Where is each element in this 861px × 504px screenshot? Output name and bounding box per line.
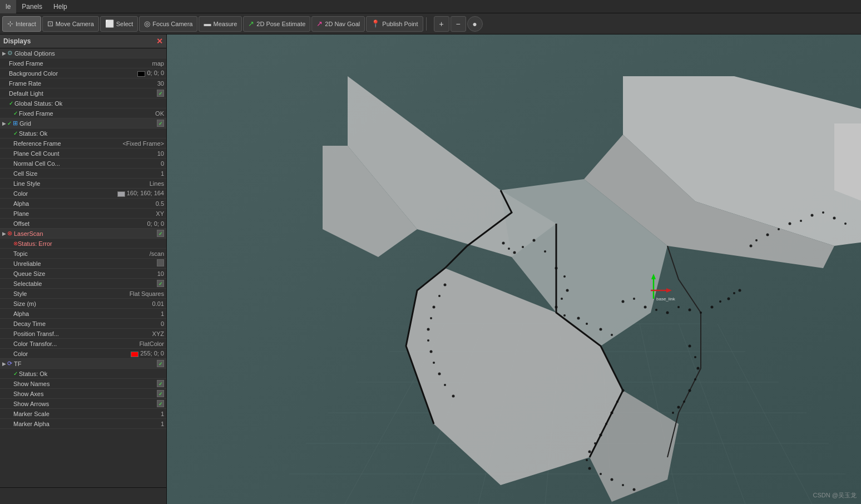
menu-file[interactable]: le bbox=[0, 0, 16, 13]
show-arrows-value[interactable] bbox=[157, 400, 164, 408]
plane-cell-count-value: 10 bbox=[157, 150, 164, 157]
toolbar-separator bbox=[426, 17, 427, 31]
grid-color-value: 160; 160; 164 bbox=[117, 190, 164, 196]
show-arrows-checkbox[interactable] bbox=[157, 400, 164, 407]
svg-line-11 bbox=[545, 324, 562, 504]
global-options-row[interactable]: ▶ ⚙ Global Options bbox=[0, 48, 166, 58]
color-transfor-label: Color Transfor... bbox=[13, 340, 139, 347]
show-names-checkbox[interactable] bbox=[157, 380, 164, 387]
size-label: Size (m) bbox=[13, 300, 152, 307]
unreliable-checkbox[interactable] bbox=[157, 259, 164, 266]
svg-line-8 bbox=[345, 324, 445, 504]
tf-status-label: Status: Ok bbox=[19, 370, 164, 377]
cell-size-label: Cell Size bbox=[13, 170, 161, 177]
svg-point-91 bbox=[689, 389, 691, 392]
cell-size-value: 1 bbox=[161, 170, 164, 177]
svg-point-52 bbox=[739, 289, 741, 292]
position-transf-row: Position Transf... XYZ bbox=[0, 329, 166, 339]
interact-button[interactable]: ⊹ Interact bbox=[2, 16, 41, 32]
displays-close-button[interactable]: ✕ bbox=[156, 37, 163, 46]
menu-help[interactable]: Help bbox=[48, 0, 73, 13]
3d-viewport[interactable]: base_link CSDN @吴玉龙 bbox=[167, 34, 861, 504]
queue-size-row: Queue Size 10 bbox=[0, 269, 166, 279]
zoom-out-button[interactable]: − bbox=[451, 16, 466, 32]
2d-nav-button[interactable]: ↗ 2D Nav Goal bbox=[311, 16, 365, 32]
svg-point-38 bbox=[600, 328, 602, 331]
publish-point-icon: 📍 bbox=[371, 19, 380, 28]
laserscan-row[interactable]: ▶ ⊗ LaserScan bbox=[0, 229, 166, 239]
left-panel: Displays ✕ ▶ ⚙ Global Options Fixed Fram… bbox=[0, 34, 167, 504]
grid-row[interactable]: ▶ ✓ ⊞ Grid bbox=[0, 118, 166, 129]
svg-point-55 bbox=[766, 234, 769, 236]
svg-point-77 bbox=[438, 295, 441, 297]
grid-alpha-value: 0.5 bbox=[156, 200, 164, 207]
svg-point-48 bbox=[711, 306, 714, 309]
measure-button[interactable]: ▬ Measure bbox=[199, 16, 242, 32]
laserscan-error-icon: ⊗ bbox=[7, 230, 12, 237]
grid-status-label: Status: Ok bbox=[19, 130, 164, 137]
show-names-value[interactable] bbox=[157, 380, 164, 388]
default-light-label: Default Light bbox=[9, 90, 157, 97]
tf-toggle[interactable]: ▶ bbox=[2, 361, 6, 367]
svg-marker-96 bbox=[651, 274, 656, 279]
tf-row[interactable]: ▶ ⟳ TF bbox=[0, 359, 166, 369]
select-label: Select bbox=[116, 21, 133, 27]
unreliable-value[interactable] bbox=[157, 259, 164, 268]
show-names-label: Show Names bbox=[13, 381, 157, 387]
tf-status-row: ✓ Status: Ok bbox=[0, 369, 166, 379]
marker-alpha-label: Marker Alpha bbox=[13, 421, 161, 427]
menu-panels[interactable]: Panels bbox=[16, 0, 48, 13]
grid-checkbox[interactable] bbox=[157, 120, 164, 127]
laserscan-toggle[interactable]: ▶ bbox=[2, 231, 6, 236]
queue-size-value: 10 bbox=[157, 270, 164, 277]
fixed-frame-status-value: OK bbox=[155, 110, 164, 117]
fixed-frame-status-row: ✓ Fixed Frame OK bbox=[0, 108, 166, 118]
fixed-frame-value: map bbox=[152, 60, 164, 67]
fixed-frame-status-label: Fixed Frame bbox=[19, 110, 155, 117]
selectable-value[interactable] bbox=[157, 280, 164, 288]
2d-pose-button[interactable]: ↗ 2D Pose Estimate bbox=[243, 16, 310, 32]
tf-enabled-checkbox[interactable] bbox=[157, 360, 164, 367]
svg-point-89 bbox=[697, 367, 700, 370]
toolbar: ⊹ Interact ⊡ Move Camera ⬜ Select ◎ Focu… bbox=[0, 13, 861, 34]
line-style-label: Line Style bbox=[13, 180, 150, 187]
default-light-checkbox[interactable] bbox=[157, 90, 164, 97]
zoom-circle-button[interactable]: ● bbox=[467, 16, 483, 32]
svg-point-71 bbox=[588, 467, 591, 470]
background-color-row: Background Color 0; 0; 0 bbox=[0, 68, 166, 78]
show-axes-checkbox[interactable] bbox=[157, 390, 164, 397]
svg-point-66 bbox=[605, 423, 607, 425]
fixed-frame-status-check-icon: ✓ bbox=[13, 110, 18, 116]
svg-point-63 bbox=[622, 389, 625, 392]
publish-point-button[interactable]: 📍 Publish Point bbox=[366, 16, 423, 32]
selectable-checkbox[interactable] bbox=[157, 280, 164, 287]
svg-marker-19 bbox=[323, 146, 417, 257]
display-tree[interactable]: ▶ ⚙ Global Options Fixed Frame map Backg… bbox=[0, 48, 166, 487]
svg-point-78 bbox=[433, 306, 436, 309]
line-style-value: Lines bbox=[150, 180, 164, 187]
zoom-in-button[interactable]: + bbox=[434, 16, 449, 32]
reference-frame-row: Reference Frame <Fixed Frame> bbox=[0, 139, 166, 149]
show-arrows-label: Show Arrows bbox=[13, 401, 157, 407]
plane-label: Plane bbox=[13, 210, 156, 217]
select-button[interactable]: ⬜ Select bbox=[100, 16, 138, 32]
normal-cell-value: 0 bbox=[161, 160, 164, 167]
laserscan-enabled-checkbox[interactable] bbox=[157, 230, 164, 237]
show-names-row: Show Names bbox=[0, 379, 166, 389]
offset-value: 0; 0; 0 bbox=[147, 220, 164, 227]
move-camera-button[interactable]: ⊡ Move Camera bbox=[42, 16, 99, 32]
svg-point-90 bbox=[694, 378, 696, 381]
svg-marker-17 bbox=[584, 135, 834, 268]
svg-rect-0 bbox=[167, 34, 861, 504]
grid-enabled-checkbox[interactable] bbox=[157, 120, 164, 127]
laserscan-checkbox[interactable] bbox=[157, 230, 164, 238]
grid-color-swatch bbox=[117, 191, 125, 197]
global-options-toggle[interactable]: ▶ bbox=[2, 51, 6, 56]
svg-point-42 bbox=[644, 306, 647, 309]
svg-point-34 bbox=[555, 306, 558, 309]
show-axes-value[interactable] bbox=[157, 390, 164, 398]
focus-camera-button[interactable]: ◎ Focus Camera bbox=[139, 16, 197, 32]
grid-toggle[interactable]: ▶ bbox=[2, 121, 6, 126]
tf-checkbox[interactable] bbox=[157, 360, 164, 368]
background-color-label: Background Color bbox=[9, 70, 137, 77]
